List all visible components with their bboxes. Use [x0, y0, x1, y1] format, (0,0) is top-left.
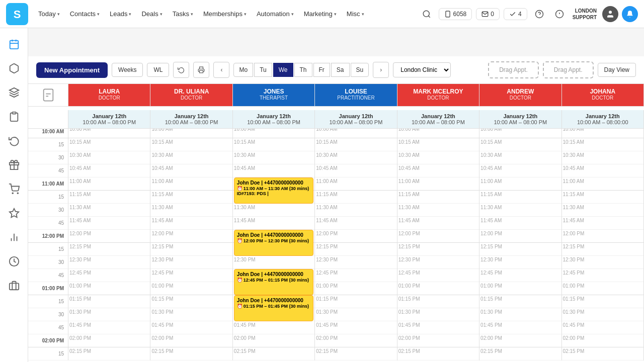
notification-button[interactable]	[622, 6, 638, 22]
slot-laura-1130[interactable]: 11:30 AM	[68, 204, 150, 217]
time-label-1300: 01:00 PM	[28, 282, 68, 295]
calendar-container: LAURA DOCTOR Dr. Uliana DOCTOR Jones THE…	[28, 84, 644, 360]
slot-laura-1315[interactable]: 01:15 PM	[68, 295, 150, 308]
day-navigation: Mo Tu We Th Fr Sa Su	[233, 63, 369, 77]
date-mcelroy: January 12th 10:00 AM – 08:00 PM	[397, 110, 479, 128]
slot-laura-1145[interactable]: 11:45 AM	[68, 217, 150, 230]
slot-laura-1215[interactable]: 12:15 PM	[68, 243, 150, 256]
slot-laura-1115[interactable]: 11:15 AM	[68, 191, 150, 204]
time-label-1130: 30	[28, 204, 68, 217]
sidebar-clock-icon[interactable]	[4, 251, 24, 272]
doctor-andrew: Andrew DOCTOR	[479, 84, 561, 106]
date-johana: January 12th 10:00 AM – 08:00:00	[562, 110, 644, 128]
prev-week-button[interactable]: ‹	[213, 62, 229, 78]
doctor-uliana: Dr. Uliana DOCTOR	[150, 84, 232, 106]
chevron-down-icon: ▾	[97, 12, 100, 17]
provider-col-uliana: 10:00 AM 10:15 AM 10:30 AM 10:45 AM 11:0…	[150, 125, 232, 360]
user-avatar[interactable]	[602, 6, 618, 22]
nav-tasks[interactable]: Tasks ▾	[169, 7, 197, 21]
nav-leads[interactable]: Leads ▾	[106, 7, 135, 21]
nav-memberships[interactable]: Memberships ▾	[199, 7, 251, 21]
appointment-jones-1[interactable]: John Doe | +4470000000000 ⏰11:00 AM – 11…	[234, 177, 313, 204]
slot-laura-1015[interactable]: 10:15 AM	[68, 138, 150, 151]
day-th[interactable]: Th	[294, 63, 312, 77]
time-label-1115: 15	[28, 191, 68, 204]
sidebar-bag-icon[interactable]	[4, 276, 24, 296]
day-view-button[interactable]: Day View	[598, 63, 636, 77]
weeks-button[interactable]: Weeks	[112, 63, 143, 77]
sidebar-history-icon[interactable]	[4, 131, 24, 151]
slot-laura-1245[interactable]: 12:45 PM	[68, 269, 150, 282]
svg-point-2	[423, 11, 429, 17]
provider-col-mcelroy: 10:00 AM 10:15 AM 10:30 AM 10:45 AM 11:0…	[397, 125, 479, 360]
nav-deals[interactable]: Deals ▾	[137, 7, 166, 21]
print-button[interactable]	[193, 62, 209, 78]
time-label-1200: 12:00 PM	[28, 230, 68, 243]
sidebar-gift-icon[interactable]	[4, 155, 24, 175]
sidebar-star-icon[interactable]	[4, 203, 24, 223]
sidebar-clipboard-icon[interactable]	[4, 107, 24, 127]
day-tu[interactable]: Tu	[254, 63, 272, 77]
slot-laura-1045[interactable]: 10:45 AM	[68, 164, 150, 177]
search-button[interactable]	[418, 5, 436, 23]
sidebar-calendar-icon[interactable]	[4, 34, 24, 54]
support-label: LONDONSUPPORT	[573, 8, 597, 21]
time-labels: 10:00 AM 15 30 45 11:00 AM 15 30 45 12:0…	[28, 125, 68, 360]
appointment-jones-4[interactable]: John Doe | +4470000000000 ⏰01:15 PM – 01…	[234, 295, 313, 321]
email-badge[interactable]: 0	[476, 8, 500, 20]
phone-badge[interactable]: 6058	[439, 8, 472, 20]
info-button[interactable]	[550, 5, 569, 23]
time-label-1215: 15	[28, 243, 68, 256]
provider-col-jones: 10:00 AM 10:15 AM 10:30 AM 10:45 AM 11:0…	[233, 125, 315, 360]
svg-rect-26	[9, 283, 18, 290]
sidebar-chart-icon[interactable]	[4, 227, 24, 247]
date-jones: January 12th 10:00 AM – 08:00 PM	[233, 110, 315, 128]
sidebar-cart-icon[interactable]	[4, 179, 24, 199]
day-sa[interactable]: Sa	[331, 63, 350, 77]
clinic-selector[interactable]: London Clinic	[393, 62, 451, 77]
slot-laura-1300[interactable]: 01:00 PM	[68, 282, 150, 295]
drag-appt-1[interactable]: Drag Appt.	[488, 61, 539, 78]
appointment-jones-2[interactable]: John Doe | +4470000000000 ⏰12:00 PM – 12…	[234, 230, 313, 256]
nav-contacts[interactable]: Contacts ▾	[66, 7, 104, 21]
day-mo[interactable]: Mo	[233, 63, 253, 77]
help-button[interactable]	[530, 5, 548, 23]
provider-col-andrew: 10:00 AM 10:15 AM 10:30 AM 10:45 AM 11:0…	[479, 125, 561, 360]
slot-laura-1400[interactable]: 02:00 PM	[68, 334, 150, 347]
day-we[interactable]: We	[273, 63, 293, 77]
wl-button[interactable]: WL	[147, 63, 169, 77]
provider-col-louise: 10:00 AM 10:15 AM 10:30 AM 10:45 AM 11:0…	[315, 125, 397, 360]
nav-misc[interactable]: Misc ▾	[343, 7, 368, 21]
appointment-jones-3[interactable]: John Doe | +4470000000000 ⏰12:45 PM – 01…	[234, 269, 313, 295]
day-fr[interactable]: Fr	[313, 63, 330, 77]
next-week-button[interactable]: ›	[373, 62, 389, 78]
chevron-down-icon: ▾	[244, 12, 247, 17]
refresh-button[interactable]	[173, 62, 189, 78]
time-label-1330: 30	[28, 308, 68, 321]
app-logo[interactable]: S	[6, 3, 28, 25]
slot-laura-1415[interactable]: 02:15 PM	[68, 347, 150, 360]
slot-laura-1100[interactable]: 11:00 AM	[68, 177, 150, 191]
nav-automation[interactable]: Automation ▾	[253, 7, 298, 21]
slot-laura-1200[interactable]: 12:00 PM	[68, 230, 150, 243]
sidebar-layers-icon[interactable]	[4, 82, 24, 103]
slot-laura-1230[interactable]: 12:30 PM	[68, 256, 150, 269]
new-appointment-button[interactable]: New Appointment	[36, 62, 108, 78]
nav-today[interactable]: Today ▾	[34, 7, 64, 21]
slot-laura-1330[interactable]: 01:30 PM	[68, 308, 150, 321]
time-label-1100: 11:00 AM	[28, 177, 68, 191]
tasks-badge[interactable]: 4	[504, 8, 527, 20]
drag-appt-2[interactable]: Drag Appt.	[543, 61, 594, 78]
time-label-1415: 15	[28, 347, 68, 360]
slot-laura-1345[interactable]: 01:45 PM	[68, 321, 150, 334]
svg-rect-28	[43, 89, 53, 101]
doctor-laura: LAURA DOCTOR	[68, 84, 150, 106]
time-label-1400: 02:00 PM	[28, 334, 68, 347]
day-su[interactable]: Su	[351, 63, 369, 77]
time-label-1315: 15	[28, 295, 68, 308]
nav-marketing[interactable]: Marketing ▾	[300, 7, 341, 21]
sidebar-box-icon[interactable]	[4, 58, 24, 78]
slot-laura-1030[interactable]: 10:30 AM	[68, 151, 150, 164]
svg-point-20	[17, 193, 18, 194]
chevron-down-icon: ▾	[191, 12, 193, 17]
